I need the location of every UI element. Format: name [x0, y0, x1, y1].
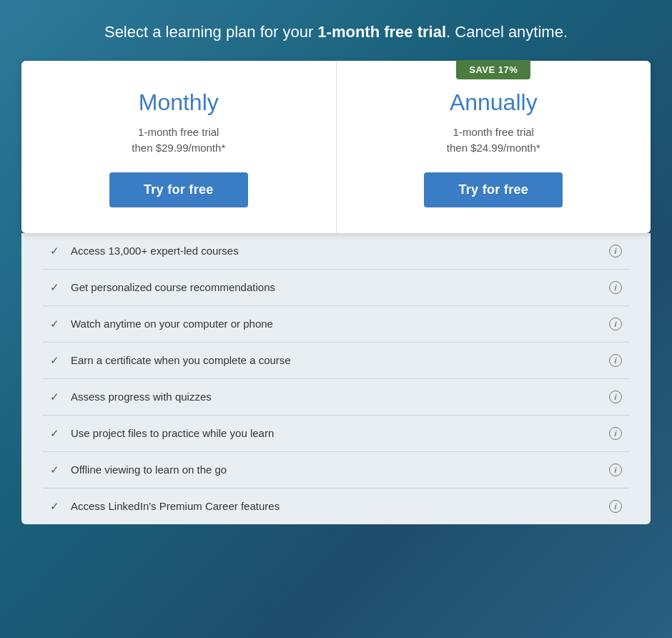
feature-text: Earn a certificate when you complete a c… — [71, 354, 603, 366]
checkmark-icon: ✓ — [50, 463, 59, 476]
feature-text: Offline viewing to learn on the go — [71, 463, 603, 476]
plan-annually: SAVE 17% Annually 1-month free trial the… — [337, 61, 651, 233]
monthly-try-free-button[interactable]: Try for free — [109, 172, 248, 207]
annually-title: Annually — [450, 89, 538, 116]
checkmark-icon: ✓ — [50, 391, 59, 403]
feature-text: Access LinkedIn's Premium Career feature… — [71, 500, 603, 512]
feature-text: Use project files to practice while you … — [71, 427, 603, 439]
feature-item: ✓Assess progress with quizzesi — [43, 379, 629, 416]
info-icon[interactable]: i — [609, 391, 622, 403]
feature-text: Assess progress with quizzes — [71, 391, 603, 403]
checkmark-icon: ✓ — [50, 427, 59, 440]
feature-item: ✓Access 13,000+ expert-led coursesi — [43, 233, 629, 270]
feature-text: Access 13,000+ expert-led courses — [71, 245, 603, 257]
annually-price: 1-month free trial then $24.99/month* — [447, 124, 540, 157]
checkmark-icon: ✓ — [50, 281, 59, 294]
feature-text: Get personalized course recommendations — [71, 281, 603, 293]
monthly-price: 1-month free trial then $29.99/month* — [132, 124, 225, 157]
info-icon[interactable]: i — [609, 354, 622, 367]
features-list: ✓Access 13,000+ expert-led coursesi✓Get … — [21, 233, 651, 524]
feature-item: ✓Get personalized course recommendations… — [43, 270, 629, 306]
info-icon[interactable]: i — [609, 500, 622, 513]
annually-try-free-button[interactable]: Try for free — [424, 172, 563, 207]
page-header: Select a learning plan for your 1-month … — [104, 21, 568, 44]
save-badge: SAVE 17% — [456, 60, 530, 79]
feature-item: ✓Watch anytime on your computer or phone… — [43, 306, 629, 343]
checkmark-icon: ✓ — [50, 354, 59, 367]
info-icon[interactable]: i — [609, 281, 622, 294]
checkmark-icon: ✓ — [50, 318, 59, 330]
info-icon[interactable]: i — [609, 318, 622, 330]
plans-section: Monthly 1-month free trial then $29.99/m… — [21, 61, 651, 233]
feature-text: Watch anytime on your computer or phone — [71, 318, 603, 330]
checkmark-icon: ✓ — [50, 500, 59, 513]
feature-item: ✓Access LinkedIn's Premium Career featur… — [43, 489, 629, 524]
info-icon[interactable]: i — [609, 245, 622, 257]
feature-item: ✓Use project files to practice while you… — [43, 416, 629, 452]
info-icon[interactable]: i — [609, 427, 622, 440]
feature-item: ✓Earn a certificate when you complete a … — [43, 343, 629, 379]
monthly-title: Monthly — [139, 89, 219, 116]
checkmark-icon: ✓ — [50, 245, 59, 257]
feature-item: ✓Offline viewing to learn on the goi — [43, 452, 629, 489]
info-icon[interactable]: i — [609, 463, 622, 476]
plan-monthly: Monthly 1-month free trial then $29.99/m… — [21, 61, 337, 233]
